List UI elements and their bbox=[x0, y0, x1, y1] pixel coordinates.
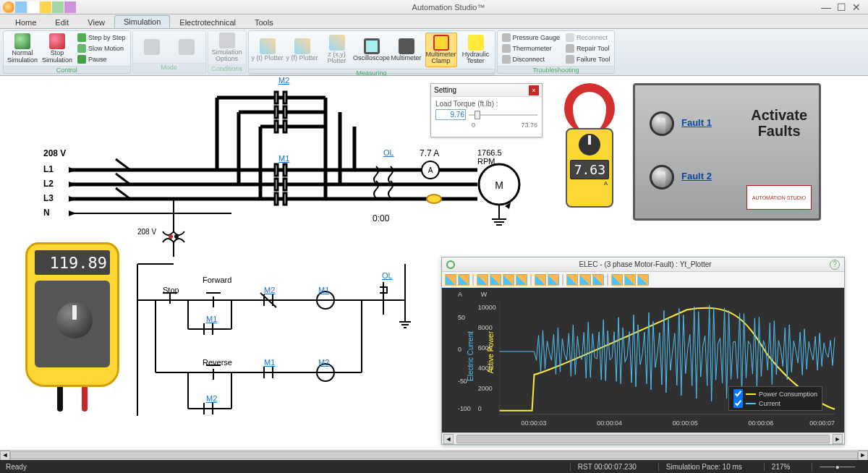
status-zoom[interactable]: 217% bbox=[764, 463, 798, 471]
repair-tool-button[interactable]: Repair Tool bbox=[564, 43, 611, 54]
probe-red-icon[interactable] bbox=[82, 384, 88, 412]
qa-save-icon[interactable] bbox=[15, 1, 27, 13]
plot-legend-box[interactable]: Power Consumption Current bbox=[728, 386, 822, 411]
fault-switch-1[interactable] bbox=[650, 111, 674, 136]
plot-reset[interactable] bbox=[503, 274, 514, 286]
plot-settings[interactable] bbox=[611, 274, 623, 286]
plot-cursor[interactable] bbox=[535, 274, 546, 286]
scroll-right-button[interactable]: ► bbox=[833, 434, 843, 444]
svg-rect-20 bbox=[275, 92, 278, 103]
plotter-scrollbar[interactable]: ◄ ► bbox=[442, 432, 844, 444]
setting-field-label: Load Torque (ft.lb) : bbox=[435, 100, 537, 108]
plotter-window[interactable]: ELEC - (3 phase Motor-Fault) : Yt_Plotte… bbox=[441, 257, 845, 445]
qa-undo-icon[interactable] bbox=[40, 1, 51, 13]
plotter-run-icon[interactable] bbox=[446, 260, 455, 269]
timer-display: 0:00 bbox=[373, 213, 389, 223]
scroll-left-button[interactable]: ◄ bbox=[443, 434, 454, 444]
line-l2: L2 bbox=[43, 179, 54, 189]
tab-home[interactable]: Home bbox=[6, 16, 46, 28]
y1-axis-label: Electric Current bbox=[467, 331, 475, 381]
m2-coil-link[interactable]: M2 bbox=[318, 358, 329, 367]
setting-close-button[interactable]: × bbox=[529, 85, 539, 95]
probe-black-icon[interactable] bbox=[57, 384, 63, 412]
canvas[interactable]: 208 V L1 L2 L3 N M2 M1 OL 7.7 A 1766.5 R… bbox=[0, 76, 868, 457]
setting-dialog[interactable]: Setting × Load Torque (ft.lb) : 0 73.76 bbox=[430, 83, 542, 137]
plotter-toolbar bbox=[442, 272, 844, 288]
close-button[interactable]: ✕ bbox=[852, 1, 861, 13]
plot-tool-1[interactable] bbox=[445, 274, 456, 286]
m2-nc-link[interactable]: M2 bbox=[264, 286, 275, 294]
status-slider[interactable]: ───●─── bbox=[812, 463, 862, 471]
yf-plotter-button[interactable]: y (f) Plotter bbox=[286, 38, 318, 61]
plot-legend[interactable] bbox=[592, 274, 604, 286]
tab-tools[interactable]: Tools bbox=[245, 16, 283, 28]
multimeter-knob[interactable] bbox=[56, 302, 93, 338]
m1-aux-link[interactable]: M1 bbox=[206, 315, 217, 323]
qa-misc-icon[interactable] bbox=[64, 1, 76, 13]
m2-aux-link[interactable]: M2 bbox=[206, 394, 217, 403]
yt-plotter-button[interactable]: y (t) Plotter bbox=[252, 38, 284, 61]
plot-zoom-out[interactable] bbox=[490, 274, 501, 286]
tab-electrotechnical[interactable]: Electrotechnical bbox=[170, 16, 245, 28]
m1-nc-link[interactable]: M1 bbox=[264, 358, 275, 367]
normal-simulation-button[interactable]: Normal Simulation bbox=[7, 33, 38, 64]
qa-open-icon[interactable] bbox=[27, 1, 39, 13]
tab-edit[interactable]: Edit bbox=[46, 16, 78, 28]
zxy-plotter-button[interactable]: z (x,y) Plotter bbox=[321, 35, 353, 65]
contactor-m2-link[interactable]: M2 bbox=[278, 76, 289, 85]
plotter-help-button[interactable]: ? bbox=[830, 260, 840, 270]
fault-2-link[interactable]: Fault 2 bbox=[681, 171, 712, 182]
plot-tool-2[interactable] bbox=[458, 274, 469, 286]
hscroll-right[interactable]: ► bbox=[858, 451, 868, 461]
pressure-gauge-button[interactable]: Pressure Gauge bbox=[501, 33, 562, 43]
legend-current-checkbox[interactable] bbox=[733, 399, 743, 408]
svg-rect-21 bbox=[284, 92, 286, 103]
minimize-button[interactable]: — bbox=[821, 1, 831, 13]
load-torque-input[interactable] bbox=[435, 109, 466, 120]
hscroll-left[interactable]: ◄ bbox=[0, 451, 10, 461]
plot-export[interactable] bbox=[566, 274, 578, 286]
slow-motion-button[interactable]: Slow Motion bbox=[76, 43, 127, 54]
oscilloscope-button[interactable]: Oscilloscope bbox=[356, 38, 388, 61]
stop-simulation-button[interactable]: Stop Simulation bbox=[41, 33, 73, 64]
plot-area[interactable]: Electric Current Active Power A 50 0 -50… bbox=[442, 288, 844, 432]
canvas-hscroll[interactable]: ◄ ► bbox=[0, 450, 868, 460]
contactor-m1-link[interactable]: M1 bbox=[278, 154, 289, 163]
thermometer-button[interactable]: Thermometer bbox=[501, 43, 562, 54]
plot-print[interactable] bbox=[624, 274, 636, 286]
clamp-dial[interactable] bbox=[579, 134, 600, 155]
multimeter[interactable]: 119.89 bbox=[25, 242, 119, 416]
m1-coil-link[interactable]: M1 bbox=[318, 286, 329, 294]
tab-simulation[interactable]: Simulation bbox=[114, 15, 170, 28]
overload-link[interactable]: OL bbox=[383, 148, 394, 157]
maximize-button[interactable]: ☐ bbox=[837, 1, 846, 13]
fault-1-link[interactable]: Fault 1 bbox=[681, 117, 712, 128]
ol-contact-link[interactable]: OL bbox=[382, 271, 393, 280]
multimeter-clamp-button[interactable]: Multimeter Clamp bbox=[425, 33, 457, 67]
disconnect-button[interactable]: Disconnect bbox=[501, 54, 562, 64]
clamp-meter[interactable]: 7.63 A bbox=[557, 83, 622, 221]
app-icon[interactable] bbox=[3, 1, 14, 13]
plot-copy[interactable] bbox=[637, 274, 649, 286]
fault-panel[interactable]: ActivateFaults Fault 1 Fault 2 AUTOMATIO… bbox=[633, 83, 821, 221]
slider-max: 73.76 bbox=[521, 122, 537, 129]
step-by-step-button[interactable]: Step by Step bbox=[76, 33, 127, 43]
fault-switch-2[interactable] bbox=[650, 165, 674, 189]
plot-marker[interactable] bbox=[548, 274, 559, 286]
ribbon-group-mode: Mode bbox=[132, 30, 206, 74]
failure-tool-button[interactable]: Failure Tool bbox=[564, 54, 611, 64]
plot-grid[interactable] bbox=[579, 274, 591, 286]
qa-redo-icon[interactable] bbox=[52, 1, 64, 13]
multimeter-button[interactable]: Multimeter bbox=[391, 38, 422, 61]
hydraulic-tester-button[interactable]: Hydraulic Tester bbox=[460, 35, 492, 65]
line-l3: L3 bbox=[43, 193, 54, 203]
svg-text:10000: 10000 bbox=[478, 304, 496, 311]
reconnect-button[interactable]: Reconnect bbox=[564, 33, 611, 43]
legend-power-checkbox[interactable] bbox=[733, 389, 743, 399]
pause-button[interactable]: Pause bbox=[76, 54, 127, 64]
plot-zoom-in[interactable] bbox=[477, 274, 488, 286]
svg-text:A: A bbox=[428, 166, 433, 174]
plot-pan[interactable] bbox=[516, 274, 527, 286]
tab-view[interactable]: View bbox=[78, 16, 114, 28]
load-torque-slider[interactable] bbox=[469, 114, 537, 116]
